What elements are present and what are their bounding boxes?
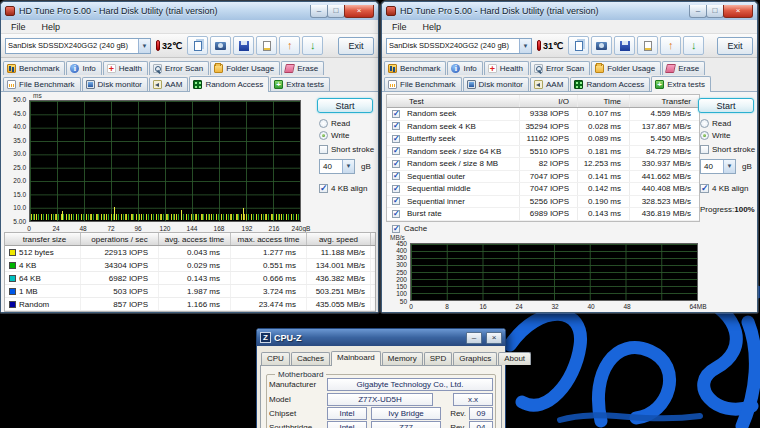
copy-button[interactable] (187, 36, 208, 55)
test-name: Sequential outer (405, 172, 519, 181)
tab-erase[interactable]: Erase (281, 61, 324, 75)
cache-checkbox[interactable] (392, 225, 400, 233)
save-button[interactable] (233, 36, 254, 55)
menu-file[interactable]: File (3, 22, 34, 32)
test-checkbox[interactable] (392, 185, 400, 193)
southbridge-rev-field[interactable]: 04 (469, 421, 493, 428)
tab-folder-usage[interactable]: Folder Usage (210, 61, 280, 75)
drive-select[interactable]: SanDisk SDSSDX240GG2 (240 gB) ▼ (5, 38, 151, 54)
test-checkbox[interactable] (392, 135, 400, 143)
exit-button[interactable]: Exit (717, 37, 753, 55)
upload-button[interactable]: ↑ (660, 36, 681, 55)
minimize-button[interactable]: – (310, 5, 328, 18)
tab-aam[interactable]: AAM (149, 77, 188, 91)
test-checkbox[interactable] (392, 110, 400, 118)
tab-random-access[interactable]: Random Access (189, 76, 269, 92)
tab-graphics[interactable]: Graphics (453, 352, 497, 365)
screenshot-button[interactable] (591, 36, 612, 55)
write-radio[interactable] (700, 131, 709, 140)
copy-button[interactable] (568, 36, 589, 55)
screenshot-button[interactable] (210, 36, 231, 55)
read-radio[interactable] (700, 119, 709, 128)
tab-file-benchmark[interactable]: File Benchmark (384, 77, 462, 91)
info-icon (451, 64, 460, 73)
short-stroke-size-select[interactable]: 40 ▼ (700, 159, 736, 174)
minimize-button[interactable]: – (466, 332, 482, 344)
start-button[interactable]: Start (698, 98, 754, 113)
titlebar[interactable]: HD Tune Pro 5.00 - Hard Disk Utility (tr… (382, 2, 757, 20)
tab-mainboard[interactable]: Mainboard (331, 351, 381, 366)
read-label: Read (331, 119, 350, 128)
tab-disk-monitor[interactable]: Disk monitor (463, 77, 529, 91)
titlebar[interactable]: Z CPU-Z – × (257, 329, 505, 346)
menu-help[interactable]: Help (415, 22, 450, 32)
tab-label: Random Access (205, 80, 263, 89)
close-button[interactable]: × (344, 5, 374, 18)
write-radio[interactable] (319, 131, 328, 140)
test-checkbox[interactable] (392, 147, 400, 155)
chipset-rev-field[interactable]: 09 (469, 407, 493, 420)
download-button[interactable]: ↓ (302, 36, 323, 55)
maximize-button[interactable]: □ (327, 5, 345, 18)
maximize-button[interactable]: □ (706, 5, 724, 18)
tab-random-access[interactable]: Random Access (570, 77, 650, 91)
test-checkbox[interactable] (392, 172, 400, 180)
short-stroke-size-select[interactable]: 40 ▼ (319, 159, 355, 174)
chipset-vendor-field[interactable]: Intel (327, 407, 367, 420)
tab-disk-monitor[interactable]: Disk monitor (82, 77, 148, 91)
read-radio[interactable] (319, 119, 328, 128)
menu-file[interactable]: File (384, 22, 415, 32)
manufacturer-field[interactable]: Gigabyte Technology Co., Ltd. (327, 378, 493, 391)
download-button[interactable]: ↓ (683, 36, 704, 55)
tab-aam[interactable]: AAM (530, 77, 569, 91)
chipset-name-field[interactable]: Ivy Bridge (371, 407, 441, 420)
short-stroke-checkbox[interactable] (319, 145, 328, 154)
start-button[interactable]: Start (317, 98, 373, 113)
tab-error-scan[interactable]: Error Scan (149, 61, 209, 75)
x-tick: 192 (234, 225, 260, 232)
tab-extra-tests[interactable]: Extra tests (651, 76, 711, 92)
report-button[interactable] (637, 36, 658, 55)
write-option: Write (700, 131, 731, 140)
test-checkbox[interactable] (392, 210, 400, 218)
test-checkbox[interactable] (392, 122, 400, 130)
report-button[interactable] (256, 36, 277, 55)
exit-button[interactable]: Exit (338, 37, 374, 55)
progress-value: 100% (734, 205, 754, 214)
test-checkbox[interactable] (392, 160, 400, 168)
tab-info[interactable]: Info (447, 61, 482, 75)
test-row: Sequential middle 7047 IOPS 0.142 ms 440… (387, 183, 699, 196)
titlebar[interactable]: HD Tune Pro 5.00 - Hard Disk Utility (tr… (1, 2, 378, 20)
tab-health[interactable]: Health (484, 61, 529, 75)
tab-erase[interactable]: Erase (662, 61, 705, 75)
tab-file-benchmark[interactable]: File Benchmark (3, 77, 81, 91)
save-button[interactable] (614, 36, 635, 55)
tab-benchmark[interactable]: Benchmark (3, 61, 65, 75)
southbridge-name-field[interactable]: Z77 (371, 421, 441, 428)
model-rev-field[interactable]: x.x (453, 393, 493, 406)
southbridge-vendor-field[interactable]: Intel (327, 421, 367, 428)
upload-button[interactable]: ↑ (279, 36, 300, 55)
menu-help[interactable]: Help (34, 22, 69, 32)
close-button[interactable]: × (723, 5, 753, 18)
tab-benchmark[interactable]: Benchmark (384, 61, 446, 75)
minimize-button[interactable]: – (689, 5, 707, 18)
drive-select[interactable]: SanDisk SDSSDX240GG2 (240 gB) ▼ (386, 38, 532, 54)
test-checkbox[interactable] (392, 197, 400, 205)
tab-health[interactable]: Health (103, 61, 148, 75)
short-stroke-checkbox[interactable] (700, 145, 709, 154)
align-checkbox[interactable] (319, 184, 328, 193)
tab-caches[interactable]: Caches (291, 352, 330, 365)
align-checkbox[interactable] (700, 184, 709, 193)
tab-error-scan[interactable]: Error Scan (530, 61, 590, 75)
model-field[interactable]: Z77X-UD5H (327, 393, 433, 406)
tab-folder-usage[interactable]: Folder Usage (591, 61, 661, 75)
close-button[interactable]: × (486, 332, 502, 344)
tab-extra-tests[interactable]: Extra tests (270, 77, 330, 91)
tab-cpu[interactable]: CPU (261, 352, 290, 365)
tab-label: Error Scan (546, 64, 584, 73)
tab-spd[interactable]: SPD (424, 352, 452, 365)
tab-memory[interactable]: Memory (382, 352, 423, 365)
tab-about[interactable]: About (498, 352, 531, 365)
tab-info[interactable]: Info (66, 61, 101, 75)
